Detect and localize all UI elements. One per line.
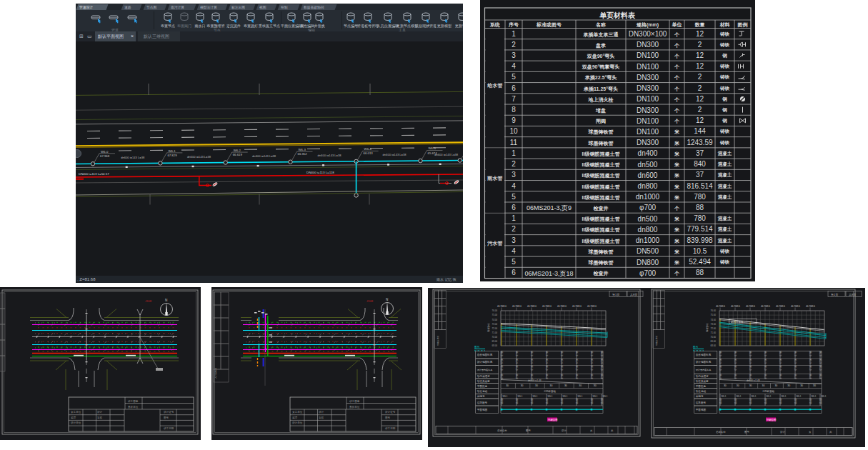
svg-text:30: 30 xyxy=(813,384,816,387)
svg-text:67.96: 67.96 xyxy=(601,365,604,371)
svg-text:67.96: 67.96 xyxy=(749,351,752,356)
svg-text:75.00: 75.00 xyxy=(492,314,498,316)
svg-text:30: 30 xyxy=(506,384,509,387)
svg-text:W6-1: W6-1 xyxy=(168,149,176,152)
svg-text:67.96: 67.96 xyxy=(819,358,822,364)
svg-text:67.96: 67.96 xyxy=(546,358,549,364)
svg-text:68.00: 68.00 xyxy=(711,344,717,347)
svg-text:48.6: 48.6 xyxy=(577,305,582,308)
svg-text:67.96: 67.96 xyxy=(819,365,822,371)
svg-text:dn600 i=143 L=38: dn600 i=143 L=38 xyxy=(121,155,145,159)
svg-text:76.00: 76.00 xyxy=(492,309,498,312)
svg-text:73.00: 73.00 xyxy=(711,323,717,326)
svg-text:30: 30 xyxy=(535,384,538,387)
svg-text:设计地面标高: 设计地面标高 xyxy=(696,360,712,364)
svg-text:K0+08: K0+08 xyxy=(561,398,564,404)
svg-text:竣工日期: 竣工日期 xyxy=(385,427,396,430)
svg-text:67.96: 67.96 xyxy=(749,358,752,364)
svg-text:30: 30 xyxy=(774,384,777,387)
svg-text:48.6: 48.6 xyxy=(517,305,522,308)
svg-text:共: 共 xyxy=(829,431,832,434)
svg-text:J308: J308 xyxy=(366,299,374,303)
svg-text:设计: 设计 xyxy=(780,430,785,434)
svg-text:67.96: 67.96 xyxy=(809,351,812,356)
svg-text:W6-2: W6-2 xyxy=(234,148,241,151)
svg-text:67.96: 67.96 xyxy=(601,358,604,364)
svg-text:67.96: 67.96 xyxy=(591,351,594,356)
svg-text:管道基础: 管道基础 xyxy=(696,389,707,393)
svg-text:W6-1: W6-1 xyxy=(563,395,568,398)
svg-text:30: 30 xyxy=(800,384,803,387)
svg-text:纵断面图: 纵断面图 xyxy=(548,418,558,421)
svg-text:监理: 监理 xyxy=(71,416,76,419)
svg-text:W6-1: W6-1 xyxy=(578,395,583,398)
svg-text:30: 30 xyxy=(579,384,582,387)
svg-text:30: 30 xyxy=(550,384,553,387)
svg-text:74.00: 74.00 xyxy=(711,319,717,321)
svg-text:67.96: 67.96 xyxy=(591,365,594,371)
svg-text:设计证号: 设计证号 xyxy=(385,410,396,414)
svg-text:K0+08: K0+08 xyxy=(591,398,594,404)
svg-text:页: 页 xyxy=(809,431,812,434)
svg-text:竣工图章: 竣工图章 xyxy=(349,399,360,403)
svg-text:67.968: 67.968 xyxy=(100,154,110,157)
svg-text:67.96: 67.96 xyxy=(501,351,504,356)
svg-text:K0+08: K0+08 xyxy=(794,398,797,404)
svg-text:图号: 图号 xyxy=(164,416,169,419)
svg-text:管内底埋深: 管内底埋深 xyxy=(696,374,709,378)
svg-text:道路桩号: 道路桩号 xyxy=(696,401,707,404)
svg-text:高程(m): 高程(m) xyxy=(487,324,490,332)
svg-text:75.00: 75.00 xyxy=(711,314,717,316)
svg-text:设计证号: 设计证号 xyxy=(164,410,174,414)
svg-text:67.96: 67.96 xyxy=(794,358,797,364)
svg-text:复核: 复核 xyxy=(97,416,103,419)
svg-text:C25砼基础: C25砼基础 xyxy=(544,390,557,393)
svg-text:67.96: 67.96 xyxy=(576,365,579,371)
svg-text:67.96: 67.96 xyxy=(516,365,519,371)
svg-text:K0+08: K0+08 xyxy=(719,398,722,404)
svg-text:K0+08: K0+08 xyxy=(734,398,737,404)
svg-text:71.00: 71.00 xyxy=(711,331,717,334)
svg-text:73.00: 73.00 xyxy=(492,323,498,326)
svg-text:K0+08: K0+08 xyxy=(546,398,549,404)
svg-text:67.96: 67.96 xyxy=(779,351,782,356)
svg-text:48.6: 48.6 xyxy=(562,305,567,308)
svg-text:67.829: 67.829 xyxy=(167,153,177,156)
svg-text:67.96: 67.96 xyxy=(764,358,767,364)
svg-text:平面距离: 平面距离 xyxy=(696,384,707,388)
svg-text:48.6: 48.6 xyxy=(547,305,552,308)
svg-text:dn600 i=143 L=38: dn600 i=143 L=38 xyxy=(252,154,276,158)
svg-text:67.96: 67.96 xyxy=(561,351,564,356)
svg-text:W6-1: W6-1 xyxy=(603,395,608,398)
svg-text:平面视图: 平面视图 xyxy=(477,408,488,411)
svg-text:67.96: 67.96 xyxy=(546,365,549,371)
svg-text:DN400 i=113 L=118: DN400 i=113 L=118 xyxy=(306,170,334,174)
svg-text:67.96: 67.96 xyxy=(809,358,812,364)
svg-text:第1页: 第1页 xyxy=(831,293,838,296)
svg-text:图号: 图号 xyxy=(385,416,391,419)
svg-text:67.96: 67.96 xyxy=(794,351,797,356)
svg-text:68.00: 68.00 xyxy=(492,344,498,347)
svg-text:70.00: 70.00 xyxy=(711,336,717,339)
svg-text:管内底埋深: 管内底埋深 xyxy=(477,374,490,378)
svg-text:67.96: 67.96 xyxy=(779,374,782,379)
svg-text:67.96: 67.96 xyxy=(546,374,549,379)
svg-text:C25砼基础: C25砼基础 xyxy=(763,390,775,393)
svg-text:管道纵断面: 管道纵断面 xyxy=(655,336,658,346)
svg-text:道路桩号: 道路桩号 xyxy=(477,401,488,404)
svg-text:48.6: 48.6 xyxy=(796,305,800,308)
svg-text:dn600 i=143 L=38: dn600 i=143 L=38 xyxy=(434,152,459,156)
svg-text:67.96: 67.96 xyxy=(576,358,579,364)
svg-text:67.96: 67.96 xyxy=(779,365,782,371)
svg-text:67.96: 67.96 xyxy=(601,374,604,379)
svg-text:共: 共 xyxy=(611,429,614,432)
svg-text:K0+08: K0+08 xyxy=(779,398,782,404)
svg-text:设计地面标高: 设计地面标高 xyxy=(477,360,493,364)
svg-text:K0+08: K0+08 xyxy=(601,398,604,404)
svg-text:W6-1: W6-1 xyxy=(593,395,598,398)
svg-text:67.96: 67.96 xyxy=(501,358,504,364)
svg-text:纵断面图: 纵断面图 xyxy=(767,418,777,421)
svg-text:平面视图: 平面视图 xyxy=(696,408,707,411)
svg-text:设计: 设计 xyxy=(319,410,324,414)
svg-text:67.96: 67.96 xyxy=(576,374,579,379)
